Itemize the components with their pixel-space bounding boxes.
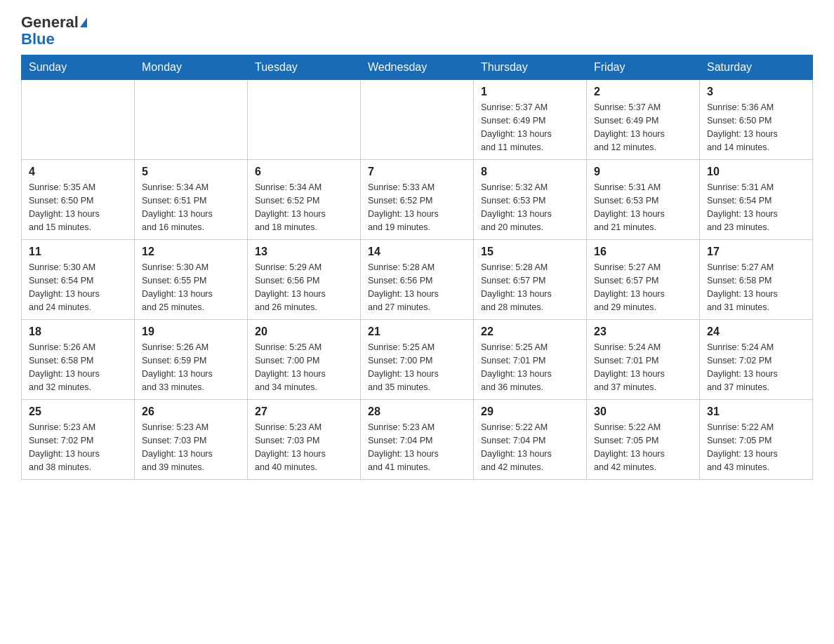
day-info: Sunrise: 5:30 AMSunset: 6:55 PMDaylight:… xyxy=(142,261,240,314)
day-number: 31 xyxy=(707,405,805,418)
day-info: Sunrise: 5:37 AMSunset: 6:49 PMDaylight:… xyxy=(481,101,579,154)
calendar-cell xyxy=(361,80,474,160)
day-info: Sunrise: 5:22 AMSunset: 7:04 PMDaylight:… xyxy=(481,421,579,474)
day-number: 12 xyxy=(142,246,240,258)
calendar-cell: 22Sunrise: 5:25 AMSunset: 7:01 PMDayligh… xyxy=(474,320,587,400)
day-number: 14 xyxy=(368,246,466,258)
calendar-cell: 20Sunrise: 5:25 AMSunset: 7:00 PMDayligh… xyxy=(248,320,361,400)
day-info: Sunrise: 5:24 AMSunset: 7:01 PMDaylight:… xyxy=(594,341,692,394)
day-number: 25 xyxy=(29,405,127,418)
day-info: Sunrise: 5:27 AMSunset: 6:57 PMDaylight:… xyxy=(594,261,692,314)
week-row-1: 1Sunrise: 5:37 AMSunset: 6:49 PMDaylight… xyxy=(22,80,813,160)
calendar-cell: 29Sunrise: 5:22 AMSunset: 7:04 PMDayligh… xyxy=(474,400,587,480)
day-number: 10 xyxy=(707,166,805,178)
calendar-cell: 7Sunrise: 5:33 AMSunset: 6:52 PMDaylight… xyxy=(361,160,474,240)
calendar-cell: 17Sunrise: 5:27 AMSunset: 6:58 PMDayligh… xyxy=(700,240,813,320)
week-row-5: 25Sunrise: 5:23 AMSunset: 7:02 PMDayligh… xyxy=(22,400,813,480)
week-row-3: 11Sunrise: 5:30 AMSunset: 6:54 PMDayligh… xyxy=(22,240,813,320)
calendar-cell: 21Sunrise: 5:25 AMSunset: 7:00 PMDayligh… xyxy=(361,320,474,400)
calendar-cell: 16Sunrise: 5:27 AMSunset: 6:57 PMDayligh… xyxy=(587,240,700,320)
day-header-friday: Friday xyxy=(587,55,700,80)
calendar-cell: 4Sunrise: 5:35 AMSunset: 6:50 PMDaylight… xyxy=(22,160,135,240)
logo-blue-text: Blue xyxy=(21,31,87,48)
calendar-cell: 14Sunrise: 5:28 AMSunset: 6:56 PMDayligh… xyxy=(361,240,474,320)
day-number: 6 xyxy=(255,166,353,178)
day-info: Sunrise: 5:22 AMSunset: 7:05 PMDaylight:… xyxy=(594,421,692,474)
day-number: 29 xyxy=(481,405,579,418)
logo-triangle-icon xyxy=(80,18,87,27)
page-header: General Blue xyxy=(21,14,813,48)
day-info: Sunrise: 5:31 AMSunset: 6:53 PMDaylight:… xyxy=(594,181,692,234)
day-number: 13 xyxy=(255,246,353,258)
calendar-cell: 23Sunrise: 5:24 AMSunset: 7:01 PMDayligh… xyxy=(587,320,700,400)
calendar-cell: 18Sunrise: 5:26 AMSunset: 6:58 PMDayligh… xyxy=(22,320,135,400)
calendar-cell: 25Sunrise: 5:23 AMSunset: 7:02 PMDayligh… xyxy=(22,400,135,480)
calendar-cell: 19Sunrise: 5:26 AMSunset: 6:59 PMDayligh… xyxy=(135,320,248,400)
day-info: Sunrise: 5:25 AMSunset: 7:01 PMDaylight:… xyxy=(481,341,579,394)
day-info: Sunrise: 5:30 AMSunset: 6:54 PMDaylight:… xyxy=(29,261,127,314)
day-number: 17 xyxy=(707,246,805,258)
day-number: 4 xyxy=(29,166,127,178)
day-info: Sunrise: 5:24 AMSunset: 7:02 PMDaylight:… xyxy=(707,341,805,394)
calendar-cell: 28Sunrise: 5:23 AMSunset: 7:04 PMDayligh… xyxy=(361,400,474,480)
day-number: 23 xyxy=(594,326,692,338)
day-info: Sunrise: 5:34 AMSunset: 6:52 PMDaylight:… xyxy=(255,181,353,234)
day-header-monday: Monday xyxy=(135,55,248,80)
day-number: 5 xyxy=(142,166,240,178)
day-number: 9 xyxy=(594,166,692,178)
day-number: 3 xyxy=(707,86,805,98)
calendar-cell: 3Sunrise: 5:36 AMSunset: 6:50 PMDaylight… xyxy=(700,80,813,160)
day-number: 18 xyxy=(29,326,127,338)
day-info: Sunrise: 5:34 AMSunset: 6:51 PMDaylight:… xyxy=(142,181,240,234)
day-info: Sunrise: 5:32 AMSunset: 6:53 PMDaylight:… xyxy=(481,181,579,234)
day-number: 11 xyxy=(29,246,127,258)
day-info: Sunrise: 5:29 AMSunset: 6:56 PMDaylight:… xyxy=(255,261,353,314)
day-number: 28 xyxy=(368,405,466,418)
calendar-cell: 27Sunrise: 5:23 AMSunset: 7:03 PMDayligh… xyxy=(248,400,361,480)
day-number: 27 xyxy=(255,405,353,418)
week-row-4: 18Sunrise: 5:26 AMSunset: 6:58 PMDayligh… xyxy=(22,320,813,400)
calendar-cell: 13Sunrise: 5:29 AMSunset: 6:56 PMDayligh… xyxy=(248,240,361,320)
header-row: SundayMondayTuesdayWednesdayThursdayFrid… xyxy=(22,55,813,80)
calendar-cell: 2Sunrise: 5:37 AMSunset: 6:49 PMDaylight… xyxy=(587,80,700,160)
day-info: Sunrise: 5:27 AMSunset: 6:58 PMDaylight:… xyxy=(707,261,805,314)
day-info: Sunrise: 5:23 AMSunset: 7:03 PMDaylight:… xyxy=(255,421,353,474)
day-info: Sunrise: 5:35 AMSunset: 6:50 PMDaylight:… xyxy=(29,181,127,234)
calendar-table: SundayMondayTuesdayWednesdayThursdayFrid… xyxy=(21,55,813,480)
day-number: 22 xyxy=(481,326,579,338)
calendar-cell: 5Sunrise: 5:34 AMSunset: 6:51 PMDaylight… xyxy=(135,160,248,240)
day-header-tuesday: Tuesday xyxy=(248,55,361,80)
day-info: Sunrise: 5:22 AMSunset: 7:05 PMDaylight:… xyxy=(707,421,805,474)
day-header-saturday: Saturday xyxy=(700,55,813,80)
calendar-cell: 24Sunrise: 5:24 AMSunset: 7:02 PMDayligh… xyxy=(700,320,813,400)
calendar-cell xyxy=(22,80,135,160)
day-header-wednesday: Wednesday xyxy=(361,55,474,80)
day-info: Sunrise: 5:23 AMSunset: 7:03 PMDaylight:… xyxy=(142,421,240,474)
week-row-2: 4Sunrise: 5:35 AMSunset: 6:50 PMDaylight… xyxy=(22,160,813,240)
day-number: 8 xyxy=(481,166,579,178)
day-number: 24 xyxy=(707,326,805,338)
day-info: Sunrise: 5:23 AMSunset: 7:04 PMDaylight:… xyxy=(368,421,466,474)
day-info: Sunrise: 5:37 AMSunset: 6:49 PMDaylight:… xyxy=(594,101,692,154)
calendar-cell: 9Sunrise: 5:31 AMSunset: 6:53 PMDaylight… xyxy=(587,160,700,240)
calendar-cell: 26Sunrise: 5:23 AMSunset: 7:03 PMDayligh… xyxy=(135,400,248,480)
calendar-cell: 12Sunrise: 5:30 AMSunset: 6:55 PMDayligh… xyxy=(135,240,248,320)
logo: General Blue xyxy=(21,14,87,48)
day-number: 20 xyxy=(255,326,353,338)
calendar-cell: 1Sunrise: 5:37 AMSunset: 6:49 PMDaylight… xyxy=(474,80,587,160)
calendar-cell xyxy=(248,80,361,160)
day-info: Sunrise: 5:31 AMSunset: 6:54 PMDaylight:… xyxy=(707,181,805,234)
day-info: Sunrise: 5:36 AMSunset: 6:50 PMDaylight:… xyxy=(707,101,805,154)
calendar-cell: 30Sunrise: 5:22 AMSunset: 7:05 PMDayligh… xyxy=(587,400,700,480)
day-number: 26 xyxy=(142,405,240,418)
day-info: Sunrise: 5:25 AMSunset: 7:00 PMDaylight:… xyxy=(368,341,466,394)
day-info: Sunrise: 5:26 AMSunset: 6:58 PMDaylight:… xyxy=(29,341,127,394)
logo-general-text: General xyxy=(21,14,79,31)
day-number: 1 xyxy=(481,86,579,98)
day-header-thursday: Thursday xyxy=(474,55,587,80)
day-number: 2 xyxy=(594,86,692,98)
calendar-cell: 31Sunrise: 5:22 AMSunset: 7:05 PMDayligh… xyxy=(700,400,813,480)
calendar-cell: 6Sunrise: 5:34 AMSunset: 6:52 PMDaylight… xyxy=(248,160,361,240)
day-info: Sunrise: 5:26 AMSunset: 6:59 PMDaylight:… xyxy=(142,341,240,394)
day-info: Sunrise: 5:28 AMSunset: 6:57 PMDaylight:… xyxy=(481,261,579,314)
